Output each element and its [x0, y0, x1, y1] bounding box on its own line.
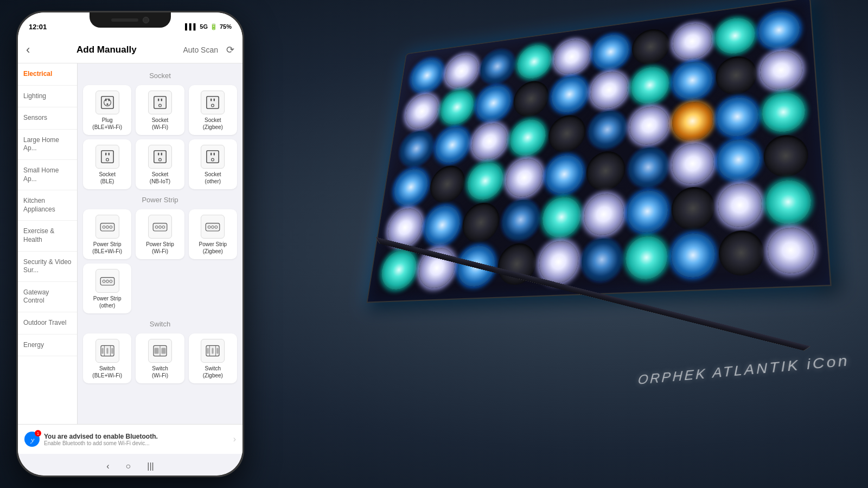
led-32: [428, 164, 467, 204]
led-29: [716, 95, 759, 138]
notification-bar[interactable]: 𝔂 1 You are advised to enable Bluetooth.…: [18, 424, 242, 454]
led-57: [625, 235, 668, 280]
phone-speaker: [111, 18, 138, 22]
strip-other-icon: [95, 269, 119, 293]
socket-other[interactable]: Socket(other): [189, 139, 237, 189]
strip-wifi[interactable]: Power Strip(Wi-Fi): [136, 209, 184, 259]
strip-ble-wifi-label: Power Strip(BLE+Wi-Fi): [92, 241, 122, 255]
device-list: Socket: [78, 63, 242, 432]
network-type: 5G: [200, 23, 208, 30]
sidebar-item-gateway[interactable]: Gateway Control: [18, 282, 77, 312]
switch-ble-wifi-label: Switch(BLE+Wi-Fi): [92, 365, 122, 379]
strip-zigbee[interactable]: Power Strip(Zigbee): [189, 209, 237, 259]
svg-rect-46: [111, 348, 113, 354]
led-33: [465, 160, 505, 201]
sidebar-item-kitchen[interactable]: Kitchen Appliances: [18, 190, 77, 221]
header-actions: Auto Scan ⟳: [183, 44, 234, 56]
led-6: [592, 33, 630, 72]
led-34: [504, 157, 544, 198]
sidebar-item-outdoor[interactable]: Outdoor Travel: [18, 312, 77, 335]
refresh-button[interactable]: ⟳: [226, 44, 234, 56]
home-menu-icon[interactable]: |||: [147, 461, 154, 471]
socket-ble[interactable]: Socket(BLE): [83, 139, 131, 189]
led-44: [500, 198, 541, 241]
svg-rect-2: [105, 99, 106, 101]
led-10: [758, 9, 801, 51]
auto-scan-button[interactable]: Auto Scan: [183, 46, 218, 54]
led-24: [508, 118, 547, 158]
switch-wifi[interactable]: Switch(Wi-Fi): [136, 333, 184, 383]
switch-zigbee[interactable]: Switch(Zigbee): [189, 333, 237, 383]
notif-subtitle: Enable Bluetooth to add some Wi-Fi devic…: [44, 440, 229, 446]
led-49: [718, 182, 763, 228]
led-2: [443, 53, 480, 89]
led-37: [628, 146, 668, 189]
socket-section-title: Socket: [83, 72, 237, 80]
switch-section-title: Switch: [83, 320, 237, 328]
led-18: [673, 60, 713, 101]
svg-rect-50: [161, 348, 165, 354]
svg-rect-19: [161, 153, 162, 156]
led-17: [630, 65, 669, 105]
strip-other-label: Power Strip(other): [93, 295, 122, 309]
switch-wifi-icon: [148, 339, 172, 363]
status-icons: ▌▌▌ 5G 🔋 75%: [185, 23, 232, 30]
svg-rect-6: [158, 99, 159, 101]
power-strip-section-title: Power Strip: [83, 196, 237, 204]
sidebar-item-lighting[interactable]: Lighting: [18, 86, 77, 108]
socket-wifi[interactable]: Socket(Wi-Fi): [136, 85, 184, 135]
led-55: [538, 240, 579, 284]
app-content: Electrical Lighting Sensors Large Home A…: [18, 63, 242, 432]
sidebar-item-energy[interactable]: Energy: [18, 335, 77, 357]
sidebar-item-large-home[interactable]: Large Home Ap...: [18, 130, 77, 160]
led-26: [588, 109, 627, 150]
home-back-icon[interactable]: ‹: [106, 461, 109, 471]
led-11: [404, 93, 441, 130]
strip-ble-wifi-icon: [95, 215, 119, 239]
socket-other-label: Socket(other): [205, 171, 221, 185]
socket-grid: Plug(BLE+Wi-Fi) Sock: [83, 85, 237, 189]
switch-grid: Switch(BLE+Wi-Fi) Sw: [83, 333, 237, 383]
led-21: [398, 129, 436, 168]
socket-nbiot[interactable]: Socket(NB-IoT): [136, 139, 184, 189]
battery-level: 75%: [220, 23, 232, 30]
sidebar-item-security[interactable]: Security & Video Sur...: [18, 252, 77, 282]
svg-rect-55: [212, 348, 214, 354]
led-58: [671, 232, 715, 279]
phone-screen: 12:01 ▌▌▌ 5G 🔋 75% ‹ Add Manually Auto S…: [18, 12, 242, 476]
svg-rect-10: [210, 99, 212, 101]
led-43: [461, 202, 501, 243]
strip-ble-wifi[interactable]: Power Strip(BLE+Wi-Fi): [83, 209, 131, 259]
category-sidebar: Electrical Lighting Sensors Large Home A…: [18, 63, 78, 432]
strip-zigbee-icon: [201, 215, 225, 239]
socket-ble-label: Socket(BLE): [99, 171, 116, 185]
led-38: [672, 142, 714, 185]
led-1: [409, 57, 445, 94]
strip-other[interactable]: Power Strip(other): [83, 264, 131, 313]
bluetooth-icon: 𝔂 1: [24, 432, 40, 447]
phone-notch: [90, 12, 171, 28]
sidebar-item-small-home[interactable]: Small Home Ap...: [18, 160, 77, 190]
socket-ble-icon: [95, 145, 119, 169]
led-56: [580, 237, 623, 282]
led-48: [672, 186, 714, 231]
svg-rect-14: [105, 153, 106, 156]
switch-ble-wifi[interactable]: Switch(BLE+Wi-Fi): [83, 333, 131, 383]
power-strip-grid: Power Strip(BLE+Wi-Fi): [83, 209, 237, 313]
led-27: [629, 105, 669, 146]
back-button[interactable]: ‹: [26, 43, 30, 57]
plug-ble-wifi[interactable]: Plug(BLE+Wi-Fi): [83, 85, 131, 135]
led-7: [631, 27, 670, 67]
sidebar-item-electrical[interactable]: Electrical: [18, 63, 77, 86]
socket-wifi-icon: [148, 91, 172, 114]
sidebar-item-exercise[interactable]: Exercise & Health: [18, 221, 77, 251]
led-42: [423, 204, 462, 246]
led-23: [470, 121, 509, 161]
led-46: [583, 192, 624, 236]
led-51: [379, 249, 419, 291]
sidebar-item-sensors[interactable]: Sensors: [18, 107, 77, 130]
led-4: [515, 43, 553, 81]
led-9: [714, 15, 756, 56]
socket-zigbee[interactable]: Socket(Zigbee): [189, 85, 237, 135]
home-circle-icon[interactable]: ○: [126, 461, 131, 471]
